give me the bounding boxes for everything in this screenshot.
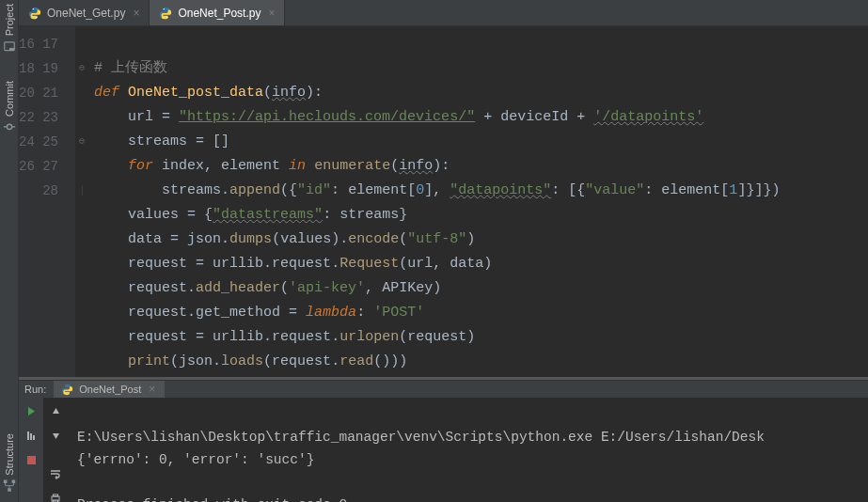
svg-point-10 <box>164 8 165 8</box>
code-line: data = json.dumps(values).encode("utf-8"… <box>94 231 475 247</box>
tab-onenet-get[interactable]: OneNet_Get.py × <box>19 0 150 25</box>
code-line: url = "https://api.heclouds.com/devices/… <box>94 109 703 125</box>
tool-commit-label: Commit <box>4 81 15 117</box>
code-line: # 上传函数 <box>94 60 167 76</box>
code-line: request.get_method = lambda: 'POST' <box>94 305 424 321</box>
code-line: streams.append({"id": element[0], "datap… <box>94 182 780 198</box>
console-line: E:\Users\lishan\Desktop\traffic_manager\… <box>77 430 765 445</box>
svg-point-9 <box>36 16 37 17</box>
editor-tabs: OneNet_Get.py × OneNet_Post.py × <box>19 0 868 26</box>
svg-rect-14 <box>54 494 58 496</box>
run-body: E:\Users\lishan\Desktop\traffic_manager\… <box>19 398 868 502</box>
code-line: def OneNet_post_data(info): <box>94 85 323 101</box>
svg-rect-12 <box>27 456 36 464</box>
svg-rect-6 <box>11 480 15 484</box>
code-line: values = {"datastreams": streams} <box>94 207 407 223</box>
python-file-icon <box>159 7 172 20</box>
run-tab[interactable]: OneNet_Post × <box>54 381 165 398</box>
scroll-up-button[interactable] <box>46 401 65 420</box>
svg-rect-1 <box>9 48 14 51</box>
svg-point-2 <box>7 125 11 130</box>
stop-button[interactable] <box>22 450 40 469</box>
tab-label: OneNet_Get.py <box>47 7 125 20</box>
svg-rect-7 <box>3 480 7 484</box>
code-area[interactable]: # 上传函数 def OneNet_post_data(info): url =… <box>75 26 868 377</box>
code-line: request = urllib.request.Request(url, da… <box>94 256 492 272</box>
python-file-icon <box>61 384 73 396</box>
tab-label: OneNet_Post.py <box>178 7 260 20</box>
run-panel: Run: OneNet_Post × E:\Users\lishan\Deskt… <box>19 380 868 502</box>
left-tool-strip: Project Commit Structure <box>0 0 19 502</box>
soft-wrap-button[interactable] <box>46 464 65 483</box>
svg-point-8 <box>33 8 34 8</box>
main-column: OneNet_Get.py × OneNet_Post.py × 16 17 1… <box>19 0 868 502</box>
close-icon[interactable]: × <box>147 383 157 396</box>
run-header: Run: OneNet_Post × <box>19 381 868 398</box>
close-icon[interactable]: × <box>131 7 141 20</box>
print-button[interactable] <box>46 489 65 502</box>
commit-icon <box>3 120 16 133</box>
console-line: {'errno': 0, 'error': 'succ'} <box>77 452 314 467</box>
console-output[interactable]: E:\Users\lishan\Desktop\traffic_manager\… <box>68 398 868 502</box>
tool-commit[interactable]: Commit <box>3 81 16 133</box>
tab-onenet-post[interactable]: OneNet_Post.py × <box>150 0 285 25</box>
run-toolbar-primary <box>19 398 43 502</box>
code-line: print(json.loads(request.read())) <box>94 353 407 369</box>
tool-structure[interactable]: Structure <box>3 433 16 493</box>
project-icon <box>3 39 16 53</box>
tool-structure-label: Structure <box>4 433 15 476</box>
scroll-down-button[interactable] <box>46 426 65 445</box>
line-gutter: 16 17 18 19 20 21 22 23 24 25 26 27 28 <box>19 26 75 377</box>
svg-rect-5 <box>8 489 11 493</box>
settings-button[interactable] <box>22 426 40 445</box>
python-file-icon <box>28 7 41 20</box>
code-line: streams = [] <box>94 133 229 149</box>
run-tab-label: OneNet_Post <box>79 384 141 395</box>
tool-project-label: Project <box>4 4 15 36</box>
console-line: Process finished with exit code 0 <box>77 497 347 502</box>
code-line: request = urllib.request.urlopen(request… <box>94 329 475 345</box>
structure-icon <box>3 479 16 493</box>
code-editor[interactable]: 16 17 18 19 20 21 22 23 24 25 26 27 28 ⊖… <box>19 26 868 377</box>
code-line: request.add_header('api-key', APIKey) <box>94 280 441 296</box>
tool-project[interactable]: Project <box>3 4 16 53</box>
rerun-button[interactable] <box>22 401 40 420</box>
close-icon[interactable]: × <box>266 7 276 20</box>
run-label: Run: <box>24 384 46 395</box>
code-line: for index, element in enumerate(info): <box>94 158 450 174</box>
svg-point-11 <box>166 16 167 17</box>
run-toolbar-secondary <box>43 398 68 502</box>
